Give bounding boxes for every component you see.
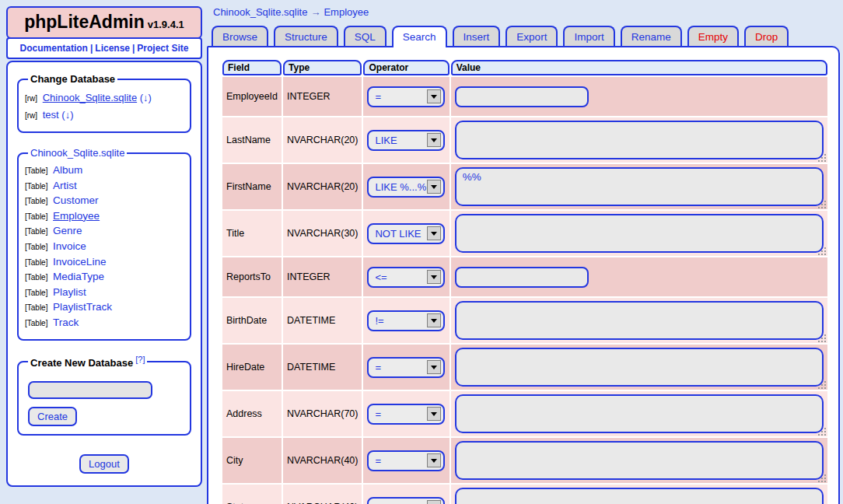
- value-textarea[interactable]: [455, 121, 824, 159]
- table-link-invoice[interactable]: Invoice: [53, 240, 86, 252]
- table-link-genre[interactable]: Genre: [53, 225, 82, 236]
- search-row: BirthDateDATETIME!=: [222, 298, 827, 343]
- tab-import[interactable]: Import: [563, 26, 614, 46]
- value-textarea[interactable]: [455, 348, 824, 387]
- operator-select[interactable]: =: [367, 497, 445, 504]
- value-cell: [451, 485, 827, 504]
- table-list-item: [Table] Employee: [25, 209, 184, 225]
- header-link-project-site[interactable]: Project Site: [137, 43, 188, 54]
- tab-insert[interactable]: Insert: [453, 26, 501, 46]
- field-type-cell: NVARCHAR(70): [283, 391, 362, 436]
- header-link-license[interactable]: License: [95, 43, 130, 54]
- table-link-employee[interactable]: Employee: [53, 210, 100, 222]
- value-textarea-wrap: [455, 301, 824, 340]
- readwrite-tag: [rw]: [25, 111, 37, 120]
- breadcrumb-table-link[interactable]: Employee: [324, 6, 369, 18]
- operator-cell: =: [363, 485, 449, 504]
- value-textarea[interactable]: [455, 394, 824, 433]
- value-textarea[interactable]: [455, 301, 824, 340]
- value-textarea[interactable]: [455, 488, 824, 504]
- operator-select-value: LIKE: [375, 135, 397, 146]
- tab-empty[interactable]: Empty: [687, 26, 739, 46]
- value-textarea-wrap: [455, 121, 824, 159]
- operator-select[interactable]: LIKE: [367, 130, 445, 151]
- change-database-box: Change Database [rw] Chinook_Sqlite.sqli…: [17, 73, 191, 133]
- database-item: [rw] Chinook_Sqlite.sqlite (↓): [25, 89, 184, 107]
- operator-select[interactable]: =: [367, 357, 445, 378]
- dropdown-arrow-icon: [427, 270, 441, 284]
- operator-select[interactable]: !=: [367, 310, 445, 331]
- create-database-box: Create New Database[?] Create: [17, 355, 191, 436]
- table-link-customer[interactable]: Customer: [53, 194, 99, 206]
- operator-cell: LIKE: [363, 117, 449, 163]
- tab-sql[interactable]: SQL: [344, 26, 387, 46]
- table-list-item: [Table] PlaylistTrack: [25, 300, 184, 316]
- create-database-button[interactable]: Create: [28, 407, 77, 426]
- table-link-invoiceline[interactable]: InvoiceLine: [53, 256, 106, 268]
- value-cell: [451, 257, 827, 296]
- value-cell: [451, 164, 827, 209]
- tab-browse[interactable]: Browse: [212, 26, 268, 46]
- table-tag: [Table]: [25, 227, 47, 236]
- field-name-cell: City: [222, 438, 282, 483]
- value-input[interactable]: [455, 86, 589, 107]
- dropdown-arrow-icon: [427, 407, 441, 421]
- new-database-name-input[interactable]: [28, 381, 152, 399]
- tab-rename[interactable]: Rename: [621, 26, 682, 46]
- table-tag: [Table]: [25, 273, 47, 282]
- operator-select[interactable]: <=: [367, 267, 445, 288]
- operator-select[interactable]: =: [367, 450, 445, 471]
- database-link-test[interactable]: test: [43, 109, 59, 121]
- field-type-cell: DATETIME: [283, 298, 362, 343]
- operator-select-value: =: [375, 362, 381, 373]
- tab-drop[interactable]: Drop: [744, 26, 789, 46]
- search-row: FirstNameNVARCHAR(20)LIKE %...%: [222, 164, 827, 209]
- database-link-Chinook_Sqlite.sqlite[interactable]: Chinook_Sqlite.sqlite: [43, 92, 137, 103]
- tab-search[interactable]: Search: [392, 26, 447, 47]
- table-tag: [Table]: [25, 212, 47, 221]
- tab-export[interactable]: Export: [505, 26, 558, 46]
- search-row: CityNVARCHAR(40)=: [222, 438, 827, 483]
- database-download-link[interactable]: (↓): [61, 109, 73, 121]
- operator-select-value: NOT LIKE: [375, 228, 421, 240]
- operator-cell: <=: [363, 257, 449, 296]
- value-input[interactable]: [455, 267, 589, 288]
- table-link-album[interactable]: Album: [53, 164, 82, 176]
- database-download-link[interactable]: (↓): [140, 92, 152, 103]
- tab-structure[interactable]: Structure: [274, 26, 338, 46]
- table-link-artist[interactable]: Artist: [53, 180, 77, 191]
- table-link-playlist[interactable]: Playlist: [53, 286, 86, 298]
- value-textarea[interactable]: [455, 214, 824, 253]
- field-type-cell: NVARCHAR(20): [283, 164, 362, 209]
- logout-button[interactable]: Logout: [79, 454, 129, 474]
- operator-cell: =: [363, 438, 449, 483]
- operator-select[interactable]: =: [367, 86, 445, 107]
- help-link[interactable]: [?]: [135, 355, 145, 364]
- table-tag: [Table]: [25, 303, 47, 312]
- header-link-documentation[interactable]: Documentation: [20, 43, 88, 54]
- operator-select[interactable]: LIKE %...%: [367, 177, 445, 198]
- operator-select[interactable]: NOT LIKE: [367, 223, 445, 244]
- table-link-mediatype[interactable]: MediaType: [53, 271, 104, 282]
- value-textarea[interactable]: [455, 167, 824, 206]
- search-form-table: Field Type Operator Value EmployeeIdINTE…: [221, 58, 829, 504]
- dropdown-arrow-icon: [427, 453, 441, 467]
- value-textarea[interactable]: [455, 441, 824, 480]
- operator-select-value: <=: [375, 271, 387, 283]
- table-list-item: [Table] Playlist: [25, 285, 184, 301]
- nav-separator: |: [132, 43, 135, 54]
- field-name-cell: Title: [222, 211, 282, 256]
- table-tag: [Table]: [25, 243, 47, 251]
- column-header-type: Type: [283, 60, 362, 75]
- table-link-playlisttrack[interactable]: PlaylistTrack: [53, 301, 112, 313]
- search-row: TitleNVARCHAR(30)NOT LIKE: [222, 211, 827, 256]
- value-textarea-wrap: [455, 214, 824, 253]
- table-list-item: [Table] Invoice: [25, 240, 184, 255]
- dropdown-arrow-icon: [427, 180, 441, 194]
- field-type-cell: NVARCHAR(30): [283, 211, 362, 256]
- value-cell: [451, 298, 827, 343]
- operator-select[interactable]: =: [367, 404, 445, 425]
- table-link-track[interactable]: Track: [53, 317, 79, 328]
- table-tag: [Table]: [25, 289, 47, 297]
- breadcrumb-database-link[interactable]: Chinook_Sqlite.sqlite: [213, 6, 307, 18]
